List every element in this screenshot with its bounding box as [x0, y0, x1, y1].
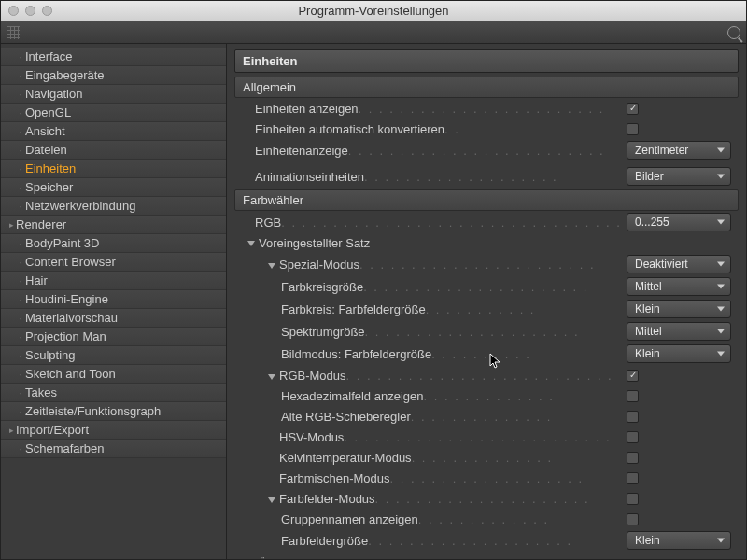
checkbox-show-units[interactable]	[627, 103, 639, 115]
row-wheel-size: Farbkreisgröße. . . . . . . . . . . . . …	[234, 275, 739, 298]
row-auto-convert: Einheiten automatisch konvertieren . .	[234, 119, 739, 139]
sidebar-item-content-browser[interactable]: ·Content Browser	[1, 253, 226, 272]
checkbox-hsv-mode[interactable]	[627, 431, 639, 443]
dropdown-unit-display[interactable]: Zentimeter	[627, 141, 731, 160]
checkbox-swatch-mode[interactable]	[627, 493, 639, 505]
sidebar-item-navigation[interactable]: ·Navigation	[1, 85, 226, 104]
sidebar-item-houdini-engine[interactable]: ·Houdini-Engine	[1, 290, 226, 309]
checkbox-rgb-mode[interactable]	[627, 370, 639, 382]
section-title: Einheiten	[234, 49, 739, 73]
sidebar-item-interface[interactable]: ·Interface	[1, 48, 226, 66]
sidebar-item-label: Import/Export	[16, 423, 89, 437]
grid-icon[interactable]	[7, 26, 20, 39]
dropdown-special-mode[interactable]: Deaktiviert	[627, 255, 731, 273]
search-icon[interactable]	[727, 26, 740, 39]
row-mix-mode: Farbmischen-Modus. . . . . . . . . . . .…	[234, 468, 739, 488]
sidebar-item-label: BodyPaint 3D	[25, 236, 100, 250]
row-unit-display: Einheitenanzeige . . . . . . . . . . . .…	[234, 139, 739, 161]
sidebar-item-label: Ansicht	[25, 124, 65, 138]
row-hex-field: Hexadezimalfeld anzeigen. . . . . . . . …	[234, 385, 739, 406]
sidebar-item-speicher[interactable]: ·Speicher	[1, 178, 226, 197]
sidebar-item-eingabeger-te[interactable]: ·Eingabegeräte	[1, 66, 226, 85]
dropdown-wheel-swatch-size[interactable]: Klein	[627, 300, 731, 318]
row-swatch-mode: Farbfelder-Modus. . . . . . . . . . . . …	[234, 488, 739, 509]
dropdown-spectrum-size[interactable]: Mittel	[627, 322, 731, 341]
chevron-down-icon	[268, 263, 275, 269]
sidebar-item-opengl[interactable]: ·OpenGL	[1, 104, 226, 122]
preferences-window: Programm-Voreinstellungen ·Interface·Ein…	[0, 0, 747, 560]
sidebar-item-label: Interface	[25, 49, 73, 63]
label-auto-convert: Einheiten automatisch konvertieren	[255, 122, 444, 136]
sidebar-item-sketch-and-toon[interactable]: ·Sketch and Toon	[1, 365, 226, 384]
sidebar-item-schemafarben[interactable]: ·Schemafarben	[1, 440, 226, 458]
group-general[interactable]: Allgemein	[234, 77, 739, 98]
checkbox-mix-mode[interactable]	[627, 472, 639, 484]
row-wheel-swatch-size: Farbkreis: Farbfeldergröße. . . . . . . …	[234, 298, 739, 320]
sidebar-item-zeitleiste-funktionsgraph[interactable]: ·Zeitleiste/Funktionsgraph	[1, 402, 226, 421]
sidebar-item-projection-man[interactable]: ·Projection Man	[1, 328, 226, 346]
sidebar-item-label: Takes	[25, 385, 57, 399]
row-spectrum-size: Spektrumgröße. . . . . . . . . . . . . .…	[234, 320, 739, 343]
checkbox-kelvin-mode[interactable]	[627, 452, 639, 464]
row-rgb: RGB . . . . . . . . . . . . . . . . . . …	[234, 211, 739, 233]
sidebar-item-netzwerkverbindung[interactable]: ·Netzwerkverbindung	[1, 197, 226, 216]
sidebar-item-label: Hair	[25, 273, 48, 287]
row-swatch-size: Farbfeldergröße. . . . . . . . . . . . .…	[234, 529, 739, 552]
chevron-down-icon	[268, 497, 275, 503]
sidebar-item-einheiten[interactable]: ·Einheiten	[1, 160, 226, 178]
dropdown-image-swatch-size[interactable]: Klein	[627, 344, 731, 363]
subgroup-preset[interactable]: Voreingestellter Satz	[234, 233, 739, 253]
sidebar-item-label: Einheiten	[25, 161, 76, 175]
twisty-icon: ▸	[7, 220, 16, 230]
chevron-down-icon	[247, 241, 255, 246]
toolbar	[1, 21, 746, 44]
row-old-sliders: Alte RGB-Schieberegler. . . . . . . . . …	[234, 406, 739, 427]
label-anim-units: Animationseinheiten	[255, 170, 364, 184]
sidebar-item-label: Dateien	[25, 143, 67, 157]
row-image-swatch-size: Bildmodus: Farbfeldergröße. . . . . . . …	[234, 343, 739, 365]
sidebar-item-label: Content Browser	[25, 255, 116, 269]
sidebar-item-sculpting[interactable]: ·Sculpting	[1, 346, 226, 365]
sidebar-item-import-export[interactable]: ▸Import/Export	[1, 421, 226, 440]
label-unit-display: Einheitenanzeige	[255, 144, 348, 158]
sidebar-item-label: Sketch and Toon	[25, 367, 116, 381]
checkbox-old-sliders[interactable]	[627, 411, 639, 423]
sidebar-item-label: Netzwerkverbindung	[25, 199, 136, 213]
window-body: ·Interface·Eingabegeräte·Navigation·Open…	[1, 44, 746, 559]
group-colorpicker[interactable]: Farbwähler	[234, 189, 739, 211]
row-group-names: Gruppennamen anzeigen. . . . . . . . . .…	[234, 509, 739, 529]
window-title: Programm-Voreinstellungen	[1, 4, 746, 18]
sidebar-item-label: Eingabegeräte	[25, 68, 105, 82]
checkbox-auto-convert[interactable]	[627, 123, 639, 135]
main-panel: Einheiten Allgemein Einheiten anzeigen .…	[227, 44, 746, 559]
sidebar-item-renderer[interactable]: ▸Renderer	[1, 216, 226, 234]
sidebar-item-hair[interactable]: ·Hair	[1, 272, 226, 290]
row-rgb-mode: RGB-Modus. . . . . . . . . . . . . . . .…	[234, 365, 739, 385]
sidebar-item-materialvorschau[interactable]: ·Materialvorschau	[1, 309, 226, 328]
titlebar: Programm-Voreinstellungen	[1, 1, 746, 21]
sidebar-item-label: Materialvorschau	[25, 311, 118, 325]
restart-note: (Änderungen erst nach Neustart wirksam)	[234, 552, 739, 559]
sidebar-item-dateien[interactable]: ·Dateien	[1, 141, 226, 160]
dropdown-swatch-size[interactable]: Klein	[627, 531, 731, 550]
sidebar-item-label: Renderer	[16, 217, 66, 231]
sidebar-item-takes[interactable]: ·Takes	[1, 384, 226, 402]
row-special-mode: Spezial-Modus. . . . . . . . . . . . . .…	[234, 253, 739, 275]
label-show-units: Einheiten anzeigen	[255, 102, 359, 116]
twisty-icon: ▸	[7, 426, 16, 435]
sidebar-item-label: Zeitleiste/Funktionsgraph	[25, 404, 161, 418]
checkbox-hex-field[interactable]	[627, 390, 639, 402]
sidebar-item-label: Houdini-Engine	[25, 292, 108, 306]
sidebar-item-ansicht[interactable]: ·Ansicht	[1, 122, 226, 141]
sidebar-item-bodypaint-3d[interactable]: ·BodyPaint 3D	[1, 234, 226, 253]
dropdown-wheel-size[interactable]: Mittel	[627, 277, 731, 296]
row-anim-units: Animationseinheiten . . . . . . . . . . …	[234, 165, 739, 188]
sidebar-item-label: Sculpting	[25, 348, 75, 362]
dropdown-anim-units[interactable]: Bilder	[627, 167, 731, 186]
checkbox-group-names[interactable]	[627, 513, 639, 525]
dropdown-rgb[interactable]: 0...255	[627, 213, 731, 231]
label-rgb: RGB	[255, 216, 281, 230]
sidebar-item-label: Speicher	[25, 180, 73, 194]
row-kelvin-mode: Kelvintemperatur-Modus. . . . . . . . . …	[234, 447, 739, 468]
sidebar-item-label: Schemafarben	[25, 441, 105, 455]
